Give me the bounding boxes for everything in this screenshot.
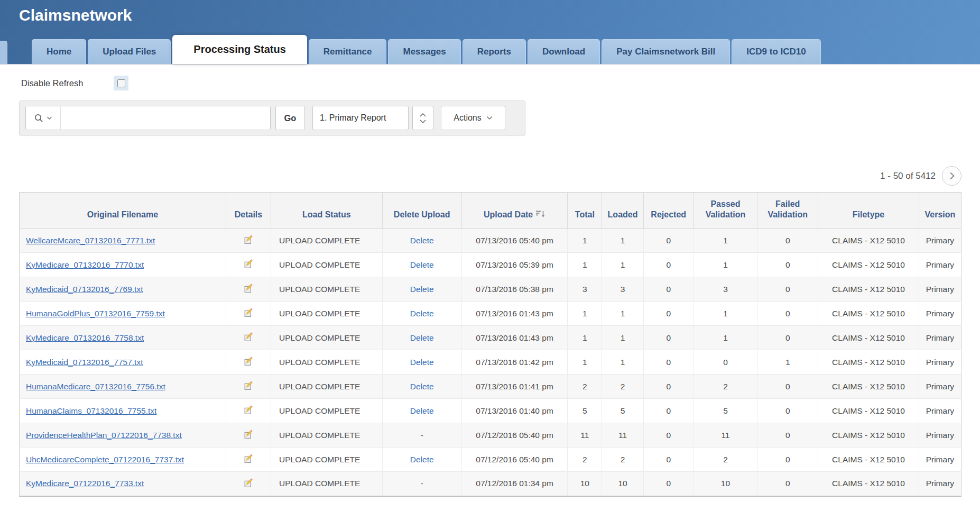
version: Primary — [919, 375, 961, 399]
failed-validation-count: 0 — [757, 448, 818, 472]
delete-link[interactable]: Delete — [410, 309, 434, 318]
edit-details-icon[interactable] — [243, 380, 254, 391]
filetype: CLAIMS - X12 5010 — [818, 399, 919, 423]
load-status: UPLOAD COMPLETE — [271, 277, 382, 302]
col-failed-validation[interactable]: Failed Validation — [757, 193, 818, 229]
total-count: 1 — [568, 229, 602, 253]
delete-link[interactable]: Delete — [410, 260, 434, 269]
filename-link[interactable]: KyMedicare_07122016_7733.txt — [26, 479, 144, 488]
search-options-button[interactable] — [26, 106, 61, 130]
col-total[interactable]: Total — [568, 193, 602, 229]
tab-icd9-to-icd10[interactable]: ICD9 to ICD10 — [732, 39, 820, 64]
delete-link[interactable]: Delete — [410, 333, 434, 342]
table-row: KyMedicaid_07132016_7757.txt UPLOAD COMP… — [20, 350, 961, 375]
filetype: CLAIMS - X12 5010 — [818, 350, 919, 375]
filename-link[interactable]: KyMedicare_07132016_7758.txt — [26, 333, 144, 342]
rejected-count: 0 — [643, 448, 694, 472]
col-rejected[interactable]: Rejected — [643, 193, 694, 229]
table-row: ProvidenceHealthPlan_07122016_7738.txt U… — [20, 423, 961, 448]
tab-processing-status[interactable]: Processing Status — [172, 35, 307, 64]
col-filetype[interactable]: Filetype — [818, 193, 919, 229]
failed-validation-count: 0 — [757, 277, 818, 302]
failed-validation-count: 0 — [757, 326, 818, 350]
delete-link[interactable]: Delete — [410, 455, 434, 464]
filename-link[interactable]: KyMedicaid_07132016_7769.txt — [26, 285, 143, 294]
filename-link[interactable]: HumanaClaims_07132016_7755.txt — [26, 406, 156, 415]
next-page-button[interactable] — [942, 166, 961, 186]
edit-details-icon[interactable] — [243, 355, 254, 367]
col-original-filename[interactable]: Original Filename — [20, 193, 226, 229]
actions-button[interactable]: Actions — [441, 106, 505, 130]
loaded-count: 11 — [602, 423, 643, 448]
edit-details-icon[interactable] — [243, 331, 254, 342]
loaded-count: 2 — [602, 375, 643, 399]
col-upload-date[interactable]: Upload Date — [461, 193, 567, 229]
col-version[interactable]: Version — [919, 193, 961, 229]
tab-reports[interactable]: Reports — [463, 39, 526, 64]
passed-validation-count: 2 — [694, 375, 757, 399]
filename-link[interactable]: UhcMedicareComplete_07122016_7737.txt — [26, 455, 184, 464]
total-count: 1 — [568, 326, 602, 350]
tab-pay-claimsnetwork-bill[interactable]: Pay Claimsnetwork Bill — [602, 39, 730, 64]
chevron-up-down-icon — [419, 112, 427, 124]
version: Primary — [919, 277, 961, 302]
filetype: CLAIMS - X12 5010 — [818, 423, 919, 448]
report-select[interactable]: 1. Primary Report — [312, 106, 409, 130]
version: Primary — [919, 472, 961, 496]
version: Primary — [919, 350, 961, 375]
delete-link[interactable]: Delete — [410, 358, 434, 367]
pagination-range: 1 - 50 of 5412 — [880, 171, 936, 181]
version: Primary — [919, 229, 961, 253]
load-status: UPLOAD COMPLETE — [271, 253, 382, 277]
filename-link[interactable]: HumanaMedicare_07132016_7756.txt — [26, 382, 165, 391]
edit-details-icon[interactable] — [243, 307, 254, 318]
delete-link[interactable]: Delete — [410, 406, 434, 415]
delete-placeholder: - — [421, 479, 423, 488]
tab-home[interactable]: Home — [32, 39, 86, 64]
table-header-row: Original Filename Details Load Status De… — [20, 193, 961, 229]
search-icon — [34, 113, 44, 123]
tab-download[interactable]: Download — [528, 39, 600, 64]
col-load-status[interactable]: Load Status — [271, 193, 382, 229]
rejected-count: 0 — [643, 302, 694, 326]
delete-link[interactable]: Delete — [410, 285, 434, 294]
delete-link[interactable]: Delete — [410, 382, 434, 391]
delete-link[interactable]: Delete — [410, 236, 434, 245]
edit-details-icon[interactable] — [243, 234, 254, 245]
failed-validation-count: 0 — [757, 423, 818, 448]
filename-link[interactable]: ProvidenceHealthPlan_07122016_7738.txt — [26, 431, 182, 440]
col-details[interactable]: Details — [226, 193, 271, 229]
upload-date: 07/12/2016 05:40 pm — [461, 423, 567, 448]
tab-remittance[interactable]: Remittance — [309, 39, 387, 64]
main-content: Disable Refresh Go 1. Primary Report — [0, 75, 980, 497]
rejected-count: 0 — [643, 399, 694, 423]
edit-details-icon[interactable] — [243, 477, 254, 488]
tab-upload-files[interactable]: Upload Files — [88, 39, 171, 64]
disable-refresh-checkbox[interactable] — [114, 76, 128, 90]
col-passed-validation[interactable]: Passed Validation — [694, 193, 757, 229]
go-button[interactable]: Go — [275, 106, 305, 130]
filename-link[interactable]: KyMedicare_07132016_7770.txt — [26, 260, 144, 269]
edit-details-icon[interactable] — [243, 428, 254, 440]
rejected-count: 0 — [643, 326, 694, 350]
failed-validation-count: 0 — [757, 229, 818, 253]
filetype: CLAIMS - X12 5010 — [818, 472, 919, 496]
version: Primary — [919, 253, 961, 277]
search-input[interactable] — [61, 106, 270, 130]
edit-details-icon[interactable] — [243, 453, 254, 464]
col-delete-upload[interactable]: Delete Upload — [382, 193, 461, 229]
tab-messages[interactable]: Messages — [388, 39, 460, 64]
filename-link[interactable]: HumanaGoldPlus_07132016_7759.txt — [26, 309, 165, 318]
tab-stub-left — [0, 41, 7, 64]
loaded-count: 1 — [602, 253, 643, 277]
passed-validation-count: 10 — [694, 472, 757, 496]
edit-details-icon[interactable] — [243, 282, 254, 294]
filename-link[interactable]: WellcareMcare_07132016_7771.txt — [26, 236, 155, 245]
report-spinner-button[interactable] — [412, 106, 433, 130]
edit-details-icon[interactable] — [243, 258, 254, 269]
edit-details-icon[interactable] — [243, 404, 254, 415]
filename-link[interactable]: KyMedicaid_07132016_7757.txt — [26, 358, 143, 367]
passed-validation-count: 1 — [694, 326, 757, 350]
col-loaded[interactable]: Loaded — [602, 193, 643, 229]
upload-date: 07/12/2016 01:34 pm — [461, 472, 567, 496]
